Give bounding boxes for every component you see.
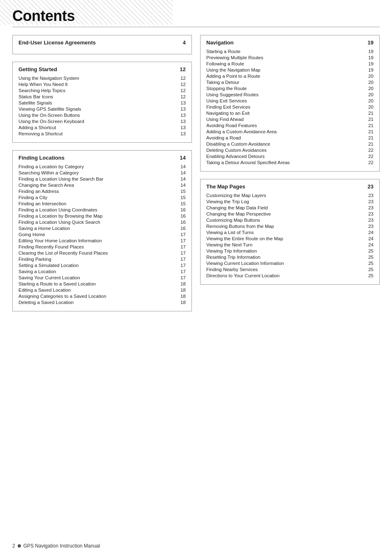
getting-started-title: Getting Started — [18, 66, 57, 72]
list-item: Using the Navigation System12 — [18, 75, 186, 81]
entry-page: 21 — [365, 123, 374, 128]
entry-label: Following a Route — [206, 61, 244, 66]
entry-label: Using the Navigation System — [18, 76, 79, 81]
list-item: Going Home17 — [18, 231, 186, 237]
list-item: Changing the Map Perspective23 — [206, 211, 374, 217]
list-item: Searching Help Topics12 — [18, 87, 186, 93]
entry-page: 17 — [178, 232, 186, 237]
list-item: Viewing a List of Turns24 — [206, 229, 374, 235]
entry-page: 24 — [365, 236, 374, 241]
section-getting-started: Getting Started 12 Using the Navigation … — [12, 62, 192, 143]
entry-page: 18 — [178, 300, 186, 305]
entry-page: 20 — [365, 74, 374, 79]
entry-label: Avoiding Road Features — [206, 123, 257, 128]
list-item: Removing a Shortcut13 — [18, 130, 186, 137]
entry-label: Viewing Current Location Information — [206, 261, 284, 266]
list-item: Viewing Trip Information25 — [206, 248, 374, 254]
toc-content: End-User License Agreements 4 Getting St… — [12, 35, 380, 311]
entry-label: Satellite Signals — [18, 100, 52, 105]
entry-label: Viewing a List of Turns — [206, 230, 254, 235]
entry-label: Assigning Categories to a Saved Location — [18, 294, 106, 299]
entry-page: 13 — [178, 107, 186, 111]
entry-label: Status Bar Icons — [18, 94, 53, 99]
entry-page: 14 — [178, 176, 186, 181]
entry-label: Finding Nearby Services — [206, 267, 258, 272]
title-divider — [12, 27, 380, 27]
list-item: Removing Buttons from the Map23 — [206, 223, 374, 229]
list-item: Status Bar Icons12 — [18, 93, 186, 100]
list-item: Deleting a Saved Location18 — [18, 299, 186, 305]
eula-page: 4 — [183, 39, 186, 46]
entry-page: 20 — [365, 86, 374, 91]
entry-label: Taking a Detour — [206, 80, 240, 85]
list-item: Finding Recently Found Places17 — [18, 244, 186, 250]
entry-page: 17 — [178, 244, 186, 249]
entry-page: 18 — [178, 281, 186, 286]
entry-label: Saving Your Current Location — [18, 275, 80, 280]
entry-page: 25 — [365, 267, 374, 272]
entry-page: 23 — [365, 199, 374, 204]
list-item: Using Exit Services20 — [206, 97, 374, 104]
list-item: Viewing the Next Turn24 — [206, 241, 374, 248]
navigation-entries: Starting a Route19Previewing Multiple Ro… — [206, 48, 374, 165]
entry-label: Finding an Intersection — [18, 201, 66, 206]
entry-page: 15 — [178, 189, 186, 194]
entry-label: Using Exit Services — [206, 98, 247, 103]
entry-page: 23 — [365, 224, 374, 229]
entry-label: Finding a Location Using Quick Search — [18, 220, 100, 225]
entry-page: 19 — [365, 49, 374, 54]
entry-label: Editing Your Home Location Information — [18, 238, 102, 243]
entry-page: 17 — [178, 275, 186, 280]
entry-page: 15 — [178, 195, 186, 200]
list-item: Avoiding a Road21 — [206, 135, 374, 141]
list-item: Finding an Address15 — [18, 188, 186, 194]
entry-page: 20 — [365, 80, 374, 85]
list-item: Searching Within a Category14 — [18, 169, 186, 176]
entry-page: 17 — [178, 269, 186, 274]
map-pages-entries: Customizing the Map Layers23Viewing the … — [206, 192, 374, 278]
entry-page: 21 — [365, 117, 374, 122]
entry-page: 17 — [178, 257, 186, 262]
entry-label: Customizing the Map Layers — [206, 193, 266, 198]
entry-page: 12 — [178, 88, 186, 93]
getting-started-page: 12 — [180, 66, 186, 72]
list-item: Clearing the List of Recently Found Plac… — [18, 250, 186, 256]
entry-page: 19 — [365, 67, 374, 72]
navigation-title: Navigation — [206, 39, 233, 46]
entry-label: Saving a Location — [18, 269, 56, 274]
entry-page: 17 — [178, 263, 186, 268]
list-item: Navigating to an Exit21 — [206, 110, 374, 116]
entry-page: 12 — [178, 76, 186, 81]
list-item: Finding a City15 — [18, 194, 186, 200]
list-item: Satellite Signals13 — [18, 100, 186, 106]
entry-label: Finding a Location Using Coordinates — [18, 207, 97, 212]
entry-page: 22 — [365, 148, 374, 153]
list-item: Following a Route19 — [206, 60, 374, 67]
entry-page: 13 — [178, 131, 186, 136]
list-item: Deleting Custom Avoidances22 — [206, 147, 374, 153]
map-pages-title: The Map Pages — [206, 183, 245, 190]
entry-label: Previewing Multiple Routes — [206, 55, 263, 60]
list-item: Finding a Location by Browsing the Map16 — [18, 213, 186, 219]
list-item: Finding a Location by Category14 — [18, 163, 186, 169]
entry-label: Setting a Simulated Location — [18, 263, 78, 268]
entry-page: 22 — [365, 154, 374, 159]
entry-label: Viewing the Entire Route on the Map — [206, 236, 283, 241]
entry-page: 22 — [365, 160, 374, 165]
list-item: Adding a Shortcut13 — [18, 124, 186, 130]
entry-page: 25 — [365, 248, 374, 253]
footer-manual-title: GPS Navigation Instruction Manual — [23, 543, 100, 549]
list-item: Adding a Custom Avoidance Area21 — [206, 128, 374, 135]
footer-bullet-icon — [18, 544, 21, 548]
entry-label: Enabling Advanced Detours — [206, 154, 265, 159]
list-item: Enabling Advanced Detours22 — [206, 153, 374, 159]
entry-label: Changing the Map Perspective — [206, 211, 271, 216]
entry-label: Avoiding a Road — [206, 135, 241, 140]
entry-page: 13 — [178, 125, 186, 130]
entry-page: 16 — [178, 220, 186, 225]
map-pages-page: 23 — [368, 183, 374, 190]
entry-page: 20 — [365, 98, 374, 103]
entry-label: Adding a Shortcut — [18, 125, 56, 130]
entry-label: Adding a Custom Avoidance Area — [206, 129, 277, 134]
list-item: Previewing Multiple Routes19 — [206, 54, 374, 60]
